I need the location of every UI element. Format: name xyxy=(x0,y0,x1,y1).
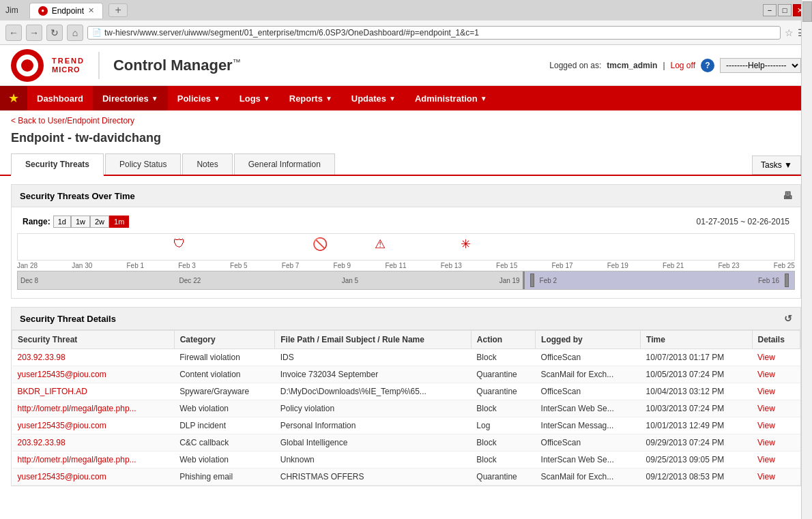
view-link[interactable]: View xyxy=(757,404,775,413)
tl-feb7: Feb 7 xyxy=(282,262,300,269)
nav-item-directories[interactable]: Directories ▼ xyxy=(93,86,168,110)
tl-jan28: Jan 28 xyxy=(17,262,38,269)
tl-feb1: Feb 1 xyxy=(126,262,144,269)
logo-divider xyxy=(98,52,100,79)
tab-notes[interactable]: Notes xyxy=(182,153,232,175)
view-link[interactable]: View xyxy=(757,370,775,379)
bookmark-icon[interactable]: ☆ xyxy=(785,27,794,38)
table-row: 203.92.33.98C&C callbackGlobal Intellige… xyxy=(12,434,800,451)
minimize-button[interactable]: − xyxy=(763,4,777,16)
timeline-labels: Jan 28 Jan 30 Feb 1 Feb 3 Feb 5 Feb 7 Fe… xyxy=(17,261,795,271)
address-bar[interactable] xyxy=(104,28,776,38)
logoff-link[interactable]: Log off xyxy=(671,61,695,70)
tab-general-information[interactable]: General Information xyxy=(234,153,335,175)
slider-highlight[interactable]: Feb 2 Feb 16 xyxy=(523,271,794,289)
category-cell: Web violation xyxy=(174,451,275,469)
threat-link[interactable]: http://lometr.pl/megal/lgate.php... xyxy=(18,404,136,413)
filepath-cell: Policy violation xyxy=(275,400,472,417)
table-row: http://lometr.pl/megal/lgate.php...Web v… xyxy=(12,451,800,469)
content-area: < Back to User/Endpoint Directory Endpoi… xyxy=(0,110,812,519)
range-buttons: 1d 1w 2w 1m xyxy=(53,216,130,228)
restore-button[interactable]: □ xyxy=(778,4,792,16)
home-button[interactable]: ⌂ xyxy=(67,25,83,41)
action-cell: Quarantine xyxy=(471,469,535,486)
tab-policy-status[interactable]: Policy Status xyxy=(105,153,181,175)
navbar: ★ Dashboard Directories ▼ Policies ▼ Log… xyxy=(0,86,812,110)
forward-button[interactable]: → xyxy=(26,25,42,41)
range-left: Range: 1d 1w 2w 1m xyxy=(23,216,129,228)
view-link[interactable]: View xyxy=(757,387,775,396)
threat-table-head: Security Threat Category File Path / Ema… xyxy=(12,331,800,349)
filepath-cell: CHRISTMAS OFFERS xyxy=(275,469,472,486)
app-header: TREND MICRO Control Manager™ Logged on a… xyxy=(0,45,812,86)
tl-feb23: Feb 23 xyxy=(718,262,739,269)
threat-link[interactable]: yuser125435@piou.com xyxy=(18,472,106,481)
browser-titlebar-left: Jim ● Endpoint ✕ + xyxy=(5,3,128,18)
nav-star-button[interactable]: ★ xyxy=(0,86,27,110)
tl-feb25: Feb 25 xyxy=(774,262,795,269)
threat-link[interactable]: http://lometr.pl/megal/lgate.php... xyxy=(18,455,136,464)
col-action: Action xyxy=(471,331,535,349)
nav-item-administration[interactable]: Administration ▼ xyxy=(405,86,497,110)
filepath-cell: IDS xyxy=(275,349,472,366)
view-link[interactable]: View xyxy=(757,455,775,464)
col-logged-by: Logged by xyxy=(536,331,641,349)
threat-link[interactable]: yuser125435@piou.com xyxy=(18,370,106,379)
view-link[interactable]: View xyxy=(757,472,775,481)
nav-item-policies[interactable]: Policies ▼ xyxy=(168,86,230,110)
scrollbar-v-thumb[interactable] xyxy=(802,1,812,22)
back-link[interactable]: < Back to User/Endpoint Directory xyxy=(11,116,134,125)
tab-close-icon[interactable]: ✕ xyxy=(88,6,94,15)
slider-handle-right[interactable] xyxy=(785,273,789,287)
range-2w-button[interactable]: 2w xyxy=(90,216,109,228)
range-1w-button[interactable]: 1w xyxy=(71,216,90,228)
new-tab-button[interactable]: + xyxy=(108,3,128,17)
tl-feb13: Feb 13 xyxy=(441,262,462,269)
threat-details-header: Security Threat Details ↺ xyxy=(12,308,800,330)
view-link[interactable]: View xyxy=(757,353,775,362)
tab-security-threats[interactable]: Security Threats xyxy=(11,153,104,176)
col-details: Details xyxy=(752,331,800,349)
logged-by-cell: InterScan Messag... xyxy=(536,417,641,434)
range-1m-button[interactable]: 1m xyxy=(109,216,129,228)
logged-by-cell: OfficeScan xyxy=(536,434,641,451)
threat-link[interactable]: BKDR_LIFTOH.AD xyxy=(18,387,87,396)
threat-link[interactable]: 203.92.33.98 xyxy=(18,438,66,447)
time-cell: 09/12/2013 08:53 PM xyxy=(641,469,752,486)
tl-feb3: Feb 3 xyxy=(178,262,196,269)
nav-item-updates[interactable]: Updates ▼ xyxy=(342,86,405,110)
back-button[interactable]: ← xyxy=(5,25,22,41)
threats-over-time-title: Security Threats Over Time xyxy=(20,191,135,201)
threat-link[interactable]: 203.92.33.98 xyxy=(18,353,66,362)
logged-by-cell: OfficeScan xyxy=(536,349,641,366)
tl-feb21: Feb 21 xyxy=(663,262,684,269)
nav-item-logs[interactable]: Logs ▼ xyxy=(230,86,280,110)
reload-button[interactable]: ↻ xyxy=(46,25,63,41)
vertical-scrollbar[interactable] xyxy=(801,0,812,519)
tasks-button[interactable]: Tasks ▼ xyxy=(752,155,801,175)
logo-brand: TREND MICRO xyxy=(52,57,85,73)
threat-link[interactable]: yuser125435@piou.com xyxy=(18,421,106,430)
logs-arrow-icon: ▼ xyxy=(263,95,270,102)
nav-item-dashboard[interactable]: Dashboard xyxy=(27,86,93,110)
help-icon[interactable]: ? xyxy=(701,59,714,72)
address-icon: 📄 xyxy=(92,28,102,37)
slider-area[interactable]: Dec 8 Dec 22 Jan 5 Jan 19 Feb 2 Feb 16 xyxy=(17,271,795,290)
browser-tab-title: Endpoint xyxy=(52,6,84,16)
reports-arrow-icon: ▼ xyxy=(325,95,332,102)
table-row: yuser125435@piou.comContent violationInv… xyxy=(12,366,800,383)
threat-details-title: Security Threat Details xyxy=(20,314,116,324)
browser-tab[interactable]: ● Endpoint ✕ xyxy=(29,3,103,18)
nav-item-reports[interactable]: Reports ▼ xyxy=(280,86,342,110)
address-bar-wrap: 📄 xyxy=(87,26,781,40)
time-cell: 10/03/2013 07:24 PM xyxy=(641,400,752,417)
date-range-label: 01-27-2015 ~ 02-26-2015 xyxy=(697,217,789,226)
action-cell: Block xyxy=(471,400,535,417)
view-link[interactable]: View xyxy=(757,421,775,430)
print-icon[interactable]: 🖶 xyxy=(783,190,792,201)
share-icon[interactable]: ↺ xyxy=(784,313,792,324)
view-link[interactable]: View xyxy=(757,438,775,447)
breadcrumb-bar: < Back to User/Endpoint Directory xyxy=(0,110,812,128)
range-1d-button[interactable]: 1d xyxy=(53,216,71,228)
help-select[interactable]: --------Help-------- xyxy=(720,58,801,73)
